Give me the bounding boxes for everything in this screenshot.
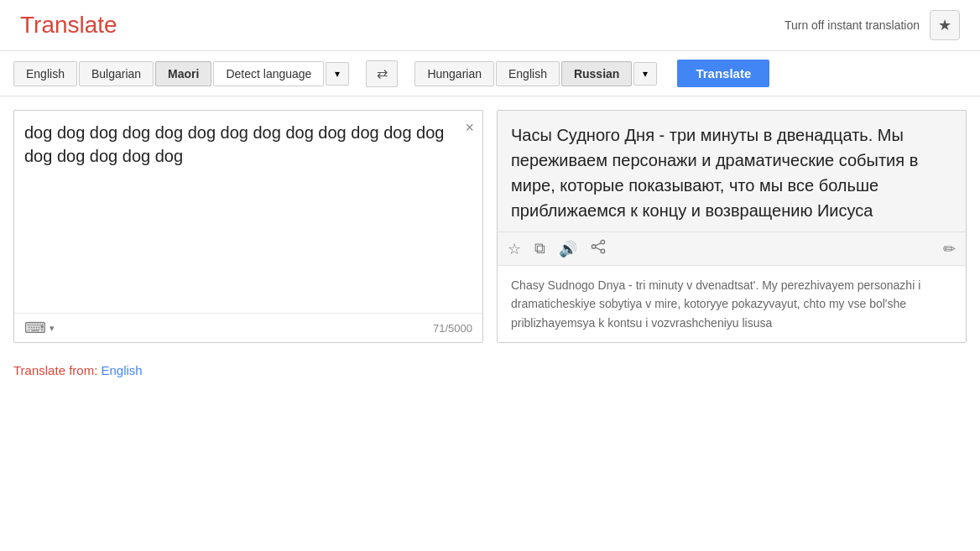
source-lang-english[interactable]: English [13,61,77,86]
svg-line-4 [596,247,602,250]
translated-text: Часы Судного Дня - три минуты в двенадца… [498,111,966,231]
target-action-icons: ☆ ⧉ 🔊 [508,239,606,258]
clear-button[interactable]: × [465,119,474,137]
swap-languages-button[interactable]: ⇄ [366,60,398,87]
app-title: Translate [20,12,117,39]
star-icon: ★ [938,16,951,34]
source-lang-tabs: English Bulgarian Maori Detect language … [13,61,349,86]
keyboard-button[interactable]: ⌨ ▾ [24,319,55,337]
source-input[interactable]: dog dog dog dog dog dog dog dog dog dog … [24,121,472,221]
svg-point-1 [592,245,596,249]
target-lang-russian[interactable]: Russian [561,61,632,86]
swap-icon: ⇄ [377,65,388,81]
target-lang-hungarian[interactable]: Hungarian [414,61,494,86]
svg-point-2 [601,249,605,253]
bookmark-button[interactable]: ★ [930,10,960,40]
target-lang-dropdown[interactable]: ▾ [633,62,657,86]
char-count: 71/5000 [433,322,472,335]
translate-from-label: Translate from: [13,363,97,377]
favorite-icon[interactable]: ☆ [508,240,521,258]
source-lang-dropdown[interactable]: ▾ [326,62,349,86]
translate-from: Translate from: English [0,356,980,377]
keyboard-dropdown-icon: ▾ [50,323,55,334]
main-content: dog dog dog dog dog dog dog dog dog dog … [0,96,980,356]
edit-icon[interactable]: ✏ [943,240,956,258]
translate-button[interactable]: Translate [677,60,769,87]
target-lang-tabs: Hungarian English Russian ▾ [414,61,657,86]
keyboard-icon: ⌨ [24,319,46,337]
romanized-text: Chasy Sudnogo Dnya - tri minuty v dvenad… [498,265,966,342]
header-right: Turn off instant translation ★ [785,10,960,40]
clear-icon: × [465,119,474,136]
language-bar: English Bulgarian Maori Detect language … [0,51,980,96]
target-panel: Часы Судного Дня - три минуты в двенадца… [497,110,967,343]
header: Translate Turn off instant translation ★ [0,0,980,51]
source-textarea-wrapper: dog dog dog dog dog dog dog dog dog dog … [14,111,482,313]
share-icon[interactable] [591,239,606,258]
audio-icon[interactable]: 🔊 [559,240,577,258]
source-lang-detect[interactable]: Detect language [213,61,324,86]
svg-line-3 [596,243,602,246]
target-lang-english[interactable]: English [496,61,560,86]
copy-icon[interactable]: ⧉ [534,240,545,257]
instant-translation-label: Turn off instant translation [785,18,920,32]
source-footer: ⌨ ▾ 71/5000 [14,313,482,342]
source-lang-bulgarian[interactable]: Bulgarian [79,61,154,86]
source-lang-maori[interactable]: Maori [155,61,211,86]
target-actions: ☆ ⧉ 🔊 ✏ [498,231,966,265]
source-panel: dog dog dog dog dog dog dog dog dog dog … [13,110,483,343]
svg-point-0 [601,240,605,244]
translate-from-language: English [101,363,142,377]
